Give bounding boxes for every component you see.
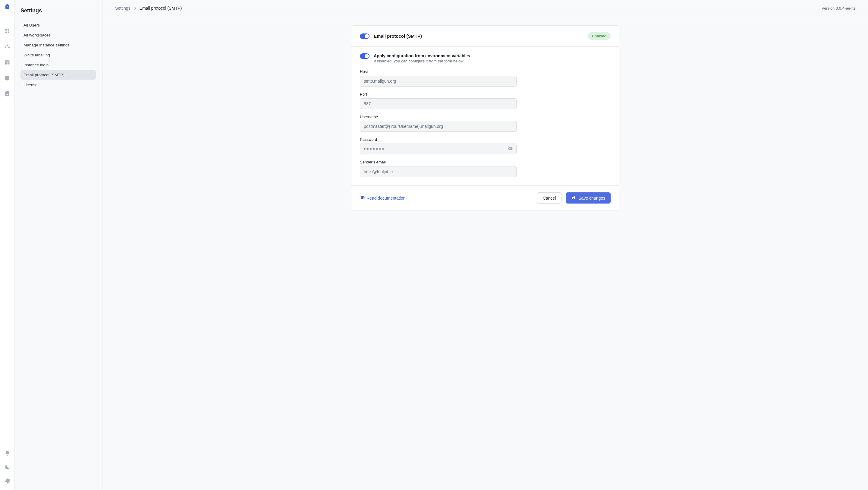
config-title: Apply configuration from environment var… <box>374 53 470 58</box>
sidebar-title: Settings <box>21 7 96 14</box>
moon-icon[interactable] <box>4 463 11 471</box>
sidebar-item-all-users[interactable]: All Users <box>21 21 96 30</box>
cancel-button[interactable]: Cancel <box>537 192 562 204</box>
save-button-label: Save changes <box>578 196 605 201</box>
graduation-cap-icon <box>360 195 365 201</box>
svg-rect-7 <box>5 60 9 61</box>
rocket-icon[interactable] <box>4 3 11 10</box>
username-input[interactable] <box>360 121 517 132</box>
sidebar-item-label: Email protocol (SMTP) <box>24 73 64 77</box>
svg-rect-3 <box>7 32 9 33</box>
svg-rect-2 <box>5 32 7 33</box>
settings-sidebar: Settings All Users All workspaces Manage… <box>14 0 102 490</box>
gear-icon[interactable] <box>4 477 11 485</box>
sidebar-item-instance-settings[interactable]: Manage instance settings <box>21 40 96 50</box>
smtp-toggle[interactable] <box>360 33 370 39</box>
config-subtitle: If disabled, you can configure it from t… <box>374 59 470 63</box>
svg-rect-0 <box>5 29 7 30</box>
read-documentation-link[interactable]: Read documentation <box>360 195 405 201</box>
marketplace-icon[interactable] <box>4 90 11 97</box>
sidebar-item-instance-login[interactable]: Instance login <box>21 60 96 70</box>
status-badge: Enabled <box>588 32 611 40</box>
password-label: Password <box>360 137 517 142</box>
port-input[interactable] <box>360 98 517 109</box>
sidebar-item-all-workspaces[interactable]: All workspaces <box>21 30 96 40</box>
breadcrumb-root[interactable]: Settings <box>115 6 130 10</box>
save-button[interactable]: Save changes <box>566 192 611 204</box>
cancel-button-label: Cancel <box>543 196 556 201</box>
doc-link-label: Read documentation <box>367 196 405 201</box>
save-icon <box>571 195 576 201</box>
sidebar-item-label: All workspaces <box>24 33 51 37</box>
smtp-card: Email protocol (SMTP) Enabled Apply conf… <box>351 25 619 210</box>
sender-input[interactable] <box>360 166 517 177</box>
database-icon[interactable] <box>4 75 11 82</box>
svg-rect-9 <box>8 62 9 64</box>
sidebar-item-label: License <box>24 83 38 87</box>
sidebar-item-label: White labelling <box>24 53 50 57</box>
sender-label: Sender's email <box>360 160 517 164</box>
sidebar-item-license[interactable]: License <box>21 80 96 90</box>
apps-icon[interactable] <box>4 27 11 35</box>
eye-off-icon[interactable] <box>507 146 513 152</box>
version-label: Version 3.0.4-ee-lts <box>822 6 855 10</box>
svg-point-5 <box>4 47 6 48</box>
svg-point-6 <box>8 47 10 48</box>
breadcrumb: Settings ❯ Email protocol (SMTP) <box>115 6 182 10</box>
layout-icon[interactable] <box>4 59 11 66</box>
sidebar-item-label: Instance login <box>24 63 49 67</box>
card-title: Email protocol (SMTP) <box>374 33 422 38</box>
host-label: Host <box>360 69 517 74</box>
svg-rect-1 <box>7 29 9 30</box>
bell-icon[interactable] <box>4 450 11 457</box>
users-icon[interactable] <box>4 43 11 50</box>
sidebar-item-white-labelling[interactable]: White labelling <box>21 50 96 60</box>
host-input[interactable] <box>360 76 517 87</box>
sidebar-item-label: All Users <box>24 23 40 27</box>
env-config-toggle[interactable] <box>360 53 370 59</box>
breadcrumb-current: Email protocol (SMTP) <box>140 6 182 10</box>
sidebar-item-label: Manage instance settings <box>24 43 70 47</box>
password-input[interactable] <box>360 144 517 154</box>
username-label: Username <box>360 115 517 119</box>
svg-point-4 <box>6 45 8 46</box>
icon-rail <box>0 0 14 490</box>
port-label: Port <box>360 92 517 96</box>
svg-rect-8 <box>5 62 7 64</box>
sidebar-item-email-smtp[interactable]: Email protocol (SMTP) <box>21 70 96 80</box>
topbar: Settings ❯ Email protocol (SMTP) Version… <box>102 0 868 16</box>
chevron-right-icon: ❯ <box>133 6 136 10</box>
